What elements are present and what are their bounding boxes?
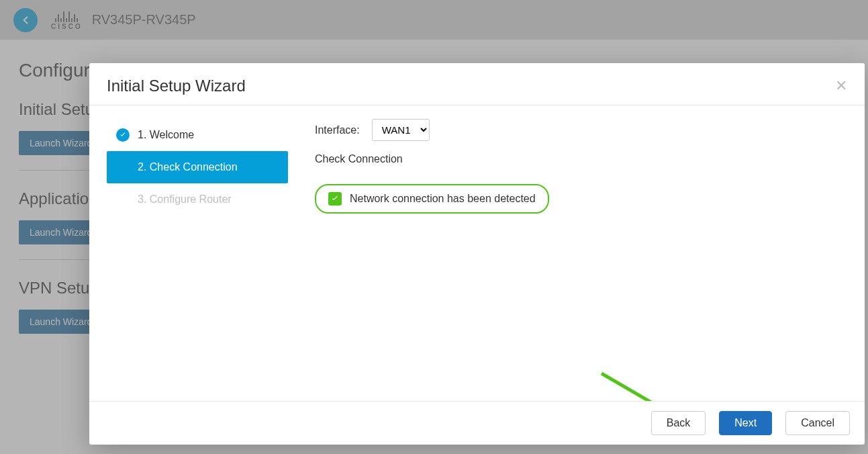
interface-select[interactable]: WAN1 <box>372 119 430 141</box>
wizard-steps: 1. Welcome 2. Check Connection 3. Config… <box>107 119 288 401</box>
connection-status-text: Network connection has been detected <box>350 193 536 205</box>
step-configure-router: 3. Configure Router <box>107 183 288 216</box>
step-welcome[interactable]: 1. Welcome <box>107 119 288 151</box>
next-button[interactable]: Next <box>719 411 772 435</box>
connection-status-box: Network connection has been detected <box>315 184 549 214</box>
check-icon <box>328 192 342 206</box>
step-label: 3. Configure Router <box>138 193 232 206</box>
back-button[interactable]: Back <box>651 411 706 435</box>
wizard-content: Interface: WAN1 Check Connection Network… <box>288 119 865 401</box>
check-connection-label: Check Connection <box>315 153 403 165</box>
step-check-connection[interactable]: 2. Check Connection <box>107 151 288 183</box>
step-label: 2. Check Connection <box>138 161 238 173</box>
initial-setup-wizard-modal: Initial Setup Wizard ✕ 1. Welcome 2. Che… <box>89 63 865 445</box>
step-label: 1. Welcome <box>138 129 194 141</box>
interface-label: Interface: <box>315 124 360 136</box>
modal-title: Initial Setup Wizard <box>107 77 246 95</box>
modal-header: Initial Setup Wizard ✕ <box>89 63 865 105</box>
close-icon[interactable]: ✕ <box>835 79 847 93</box>
cancel-button[interactable]: Cancel <box>785 411 850 435</box>
check-circle-icon <box>116 128 130 142</box>
modal-footer: Back Next Cancel <box>89 401 865 445</box>
modal-body: 1. Welcome 2. Check Connection 3. Config… <box>89 105 865 401</box>
